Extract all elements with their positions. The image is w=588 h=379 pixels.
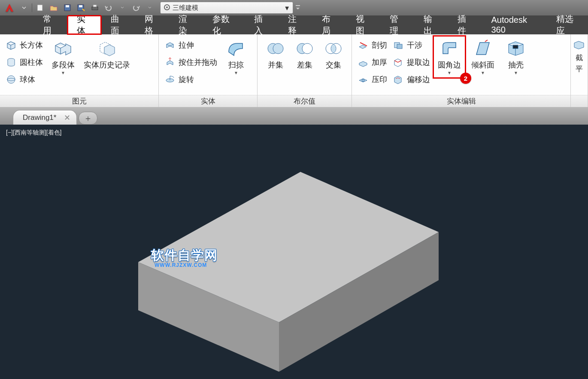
- model-box: [0, 125, 588, 379]
- undo-icon[interactable]: [102, 2, 115, 14]
- section-plane-button[interactable]: 截 平: [572, 36, 586, 74]
- slice-icon: [357, 39, 369, 51]
- new-document-tab[interactable]: ＋: [79, 112, 97, 125]
- extrude-button[interactable]: 拉伸: [162, 38, 219, 52]
- imprint-button[interactable]: 压印: [355, 72, 389, 87]
- panel-section-partial: 截 平: [571, 34, 588, 107]
- app-menu-icon[interactable]: [2, 2, 17, 14]
- watermark-url: WWW.RJZXW.COM: [155, 262, 207, 268]
- revolve-label: 旋转: [179, 74, 194, 85]
- cylinder-icon: [5, 56, 17, 68]
- interfere-button[interactable]: 干涉: [391, 38, 432, 52]
- chevron-down-icon: ▼: [514, 70, 518, 75]
- intersect-label: 交集: [326, 60, 341, 70]
- tab-insert[interactable]: 插入: [245, 15, 279, 34]
- tab-layout[interactable]: 布局: [312, 15, 346, 34]
- svg-rect-22: [397, 44, 402, 49]
- subtract-button[interactable]: 差集: [290, 36, 319, 70]
- viewport[interactable]: [−][西南等轴测][着色] 软件自学网 WWW.RJZXW.COM: [0, 125, 588, 379]
- taper-face-button[interactable]: 倾斜面 ▼: [467, 36, 499, 75]
- fillet-edge-icon: [438, 39, 461, 58]
- sweep-button[interactable]: 扫掠 ▼: [221, 36, 252, 75]
- tab-autodesk360[interactable]: Autodesk 360: [482, 15, 547, 34]
- union-label: 并集: [268, 60, 283, 70]
- presspull-label: 按住并拖动: [179, 57, 217, 67]
- tab-solid[interactable]: 实体: [67, 15, 101, 34]
- ribbon-panels: 长方体 圆柱体 球体 多段体 ▼ 实体历史记录 图元: [0, 34, 588, 107]
- shell-icon: [505, 39, 527, 58]
- ribbon-tabs: 常用 实体 曲面 网格 渲染 参数化 插入 注释 布局 视图 管理 输出 插件 …: [0, 15, 588, 34]
- box-icon: [5, 39, 17, 51]
- redo-dropdown-icon[interactable]: [143, 2, 157, 14]
- solid-history-icon: [96, 39, 118, 58]
- extrude-label: 拉伸: [179, 40, 194, 50]
- section-plane-icon: [573, 39, 585, 52]
- svg-rect-23: [513, 45, 518, 49]
- subtract-label: 差集: [297, 60, 312, 70]
- extract-edge-button[interactable]: 提取边: [391, 55, 432, 70]
- thicken-icon: [357, 56, 369, 68]
- tab-surface[interactable]: 曲面: [101, 15, 135, 34]
- svg-rect-5: [92, 7, 98, 10]
- thicken-label: 加厚: [372, 57, 387, 67]
- svg-point-15: [273, 43, 283, 54]
- workspace-dropdown[interactable]: 三维建模 ▼: [160, 2, 293, 14]
- offset-edge-button[interactable]: 偏移边: [391, 72, 432, 87]
- box-button[interactable]: 长方体: [3, 38, 45, 52]
- slice-button[interactable]: 剖切: [355, 38, 389, 52]
- undo-dropdown-icon[interactable]: [115, 2, 129, 14]
- panel-solid: 拉伸 按住并拖动 旋转 扫掠 ▼ 实体: [159, 34, 258, 107]
- solid-history-button[interactable]: 实体历史记录: [79, 36, 135, 70]
- revolve-button[interactable]: 旋转: [162, 72, 219, 87]
- gear-icon: [163, 3, 171, 12]
- tab-output[interactable]: 输出: [414, 15, 448, 34]
- save-as-icon[interactable]: [74, 2, 88, 14]
- extract-edge-icon: [392, 56, 404, 68]
- plus-icon: ＋: [84, 113, 92, 124]
- union-icon: [264, 39, 287, 58]
- presspull-button[interactable]: 按住并拖动: [162, 55, 219, 70]
- polysolid-button[interactable]: 多段体 ▼: [47, 36, 79, 75]
- cylinder-button[interactable]: 圆柱体: [3, 55, 45, 70]
- tab-view[interactable]: 视图: [346, 15, 380, 34]
- document-tab[interactable]: Drawing1* ✕: [13, 110, 77, 125]
- intersect-button[interactable]: 交集: [319, 36, 348, 70]
- new-file-icon[interactable]: [33, 2, 47, 14]
- panel-boolean: 并集 差集 交集 布尔值: [258, 34, 352, 107]
- tab-home[interactable]: 常用: [33, 15, 67, 34]
- qat-dropdown-icon[interactable]: [17, 2, 31, 14]
- extract-edge-label: 提取边: [407, 57, 430, 67]
- tab-featured[interactable]: 精选应: [547, 15, 588, 34]
- subtract-icon: [294, 39, 316, 58]
- fillet-edge-button[interactable]: 圆角边 ▼ 2: [433, 36, 465, 78]
- qat-customize-icon[interactable]: [294, 2, 302, 14]
- chevron-down-icon: ▼: [284, 4, 290, 12]
- tab-annotate[interactable]: 注释: [279, 15, 312, 34]
- panel-primitive-title: 图元: [0, 95, 158, 107]
- intersect-icon: [322, 39, 345, 58]
- panel-solid-edit-title: 实体编辑: [352, 95, 570, 107]
- tab-mesh[interactable]: 网格: [135, 15, 169, 34]
- polysolid-label: 多段体: [52, 60, 75, 70]
- panel-solid-edit: 剖切 加厚 压印 干涉 提取边: [352, 34, 571, 107]
- redo-icon[interactable]: [129, 2, 143, 14]
- thicken-button[interactable]: 加厚: [355, 55, 389, 70]
- svg-rect-2: [66, 5, 69, 7]
- tab-plugins[interactable]: 插件: [448, 15, 482, 34]
- shell-button[interactable]: 抽壳 ▼: [500, 36, 531, 75]
- tab-manage[interactable]: 管理: [380, 15, 414, 34]
- open-file-icon[interactable]: [47, 2, 61, 14]
- offset-edge-label: 偏移边: [407, 74, 430, 85]
- sphere-button[interactable]: 球体: [3, 72, 45, 87]
- svg-point-11: [7, 76, 15, 83]
- imprint-icon: [357, 73, 369, 86]
- tab-parametric[interactable]: 参数化: [203, 15, 245, 34]
- print-icon[interactable]: [88, 2, 102, 14]
- save-icon[interactable]: [61, 2, 74, 14]
- union-button[interactable]: 并集: [261, 36, 290, 70]
- chevron-down-icon: ▼: [234, 70, 238, 75]
- tab-render[interactable]: 渲染: [169, 15, 203, 34]
- close-icon[interactable]: ✕: [64, 113, 70, 122]
- taper-face-label: 倾斜面: [471, 60, 494, 70]
- svg-point-8: [166, 6, 168, 8]
